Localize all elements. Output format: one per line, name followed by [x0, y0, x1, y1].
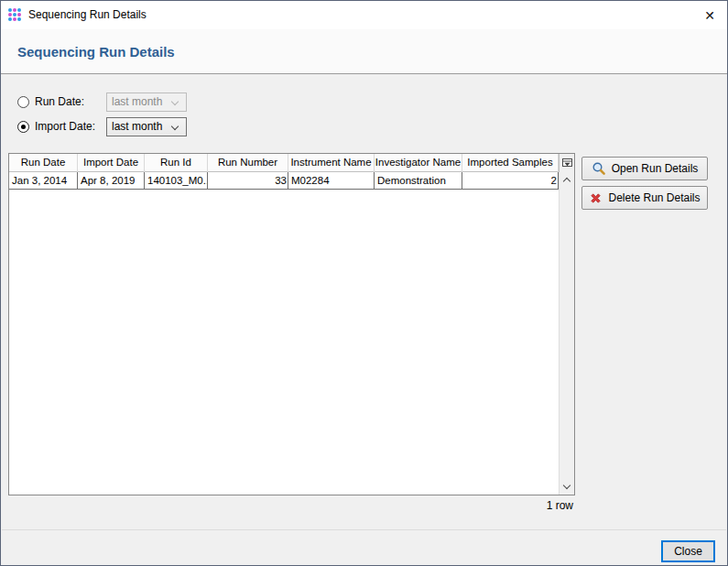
- close-button[interactable]: Close: [661, 540, 715, 562]
- page-title: Sequencing Run Details: [17, 29, 175, 74]
- close-icon[interactable]: ✕: [702, 8, 717, 23]
- app-icon-dot: [13, 13, 16, 16]
- column-header[interactable]: Run Id: [145, 154, 208, 172]
- scroll-up-icon[interactable]: [563, 178, 570, 185]
- column-chooser-button[interactable]: [559, 154, 574, 172]
- app-icon-dot: [17, 17, 21, 21]
- run-date-combobox-value: last month: [112, 95, 162, 108]
- app-icon-dot: [17, 13, 21, 16]
- window-title: Sequencing Run Details: [28, 1, 147, 29]
- delete-x-icon: [589, 191, 603, 205]
- app-icon-dot: [13, 17, 16, 21]
- open-run-details-button[interactable]: Open Run Details: [581, 157, 708, 180]
- app-icon-dot: [8, 13, 12, 16]
- app-icon-dot: [8, 8, 12, 12]
- column-header[interactable]: Run Number: [208, 154, 288, 172]
- table-cell[interactable]: Apr 8, 2019: [78, 172, 145, 190]
- import-date-combobox-value: last month: [112, 120, 162, 133]
- app-icon-dot: [17, 8, 21, 12]
- column-chooser-icon: [562, 158, 572, 169]
- run-date-combobox[interactable]: last month: [106, 93, 187, 112]
- column-header[interactable]: Investigator Name: [375, 154, 462, 172]
- import-date-radio[interactable]: [17, 121, 29, 133]
- table-cell[interactable]: Demonstration: [375, 172, 462, 190]
- table-cell[interactable]: 33: [208, 172, 288, 190]
- table-cell[interactable]: 2: [462, 172, 559, 190]
- row-count-label: 1 row: [8, 499, 575, 512]
- sequencing-run-details-dialog: Sequencing Run Details ✕ Sequencing Run …: [0, 0, 728, 566]
- vertical-scrollbar[interactable]: [559, 172, 574, 495]
- app-icon: [8, 8, 23, 22]
- delete-run-details-label: Delete Run Details: [608, 191, 700, 204]
- runs-table: Run DateImport DateRun IdRun NumberInstr…: [8, 153, 575, 495]
- column-header[interactable]: Instrument Name: [288, 154, 375, 172]
- run-date-label: Run Date:: [35, 93, 84, 112]
- footer-divider: [2, 529, 726, 530]
- column-header[interactable]: Imported Samples: [462, 154, 559, 172]
- column-header[interactable]: Run Date: [9, 154, 78, 172]
- app-icon-dot: [13, 8, 16, 12]
- import-date-combobox[interactable]: last month: [106, 117, 187, 136]
- header-panel: Sequencing Run Details: [1, 29, 727, 74]
- open-run-details-label: Open Run Details: [612, 162, 699, 175]
- table-row[interactable]: Jan 3, 2014Apr 8, 2019140103_M0...33M022…: [9, 172, 559, 190]
- delete-run-details-button[interactable]: Delete Run Details: [581, 186, 708, 210]
- magnifier-icon: [592, 161, 606, 176]
- app-icon-dot: [8, 17, 12, 21]
- table-header-row: Run DateImport DateRun IdRun NumberInstr…: [9, 154, 574, 172]
- scroll-down-icon[interactable]: [563, 482, 570, 489]
- column-header[interactable]: Import Date: [78, 154, 145, 172]
- table-body: Jan 3, 2014Apr 8, 2019140103_M0...33M022…: [9, 172, 559, 495]
- table-cell[interactable]: M02284: [288, 172, 375, 190]
- table-cell[interactable]: 140103_M0...: [145, 172, 208, 190]
- titlebar[interactable]: Sequencing Run Details ✕: [1, 1, 727, 29]
- run-date-radio[interactable]: [17, 96, 29, 108]
- table-cell[interactable]: Jan 3, 2014: [9, 172, 78, 190]
- chevron-down-icon: [171, 98, 179, 105]
- chevron-down-icon: [171, 123, 179, 130]
- import-date-label: Import Date:: [35, 117, 95, 136]
